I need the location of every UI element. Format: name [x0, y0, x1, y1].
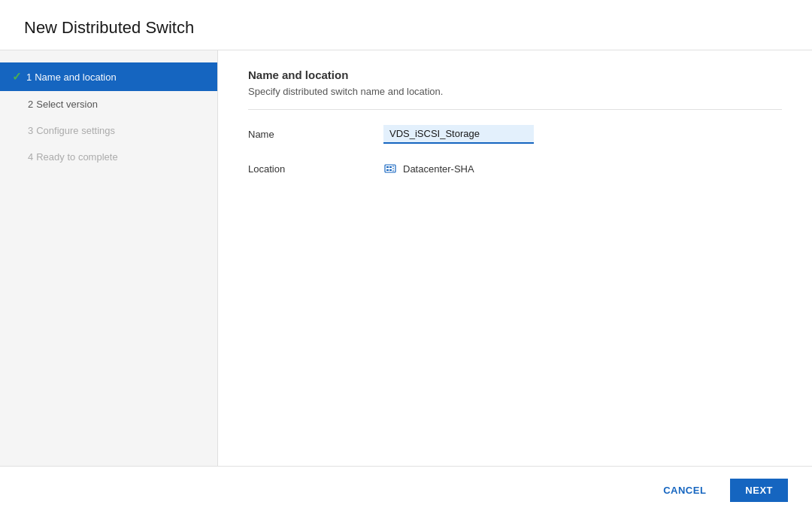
sidebar-item-configure-settings: 3 Configure settings [0, 117, 217, 144]
svg-rect-1 [386, 166, 389, 168]
step-3-number: 3 [28, 125, 33, 136]
step-1-label: Name and location [35, 71, 116, 83]
main-content: Name and location Specify distributed sw… [218, 50, 812, 466]
dialog-footer: CANCEL NEXT [0, 466, 812, 514]
location-row: Location Data [248, 162, 782, 175]
svg-rect-4 [389, 169, 392, 171]
location-label: Location [248, 163, 383, 175]
step-2-number: 2 [28, 99, 33, 110]
step-2-label: Select version [36, 99, 98, 110]
datacenter-icon [383, 162, 397, 175]
location-value: Datacenter-SHA [403, 163, 474, 175]
name-row: Name [248, 125, 782, 144]
section-title: Name and location [248, 68, 782, 81]
step-4-number: 4 [28, 151, 33, 163]
section-description: Specify distributed switch name and loca… [248, 86, 782, 110]
sidebar-item-select-version[interactable]: 2 Select version [0, 91, 217, 117]
location-value-container: Datacenter-SHA [383, 162, 474, 175]
cancel-button[interactable]: CANCEL [651, 479, 718, 502]
dialog-header: New Distributed Switch [0, 0, 812, 50]
step-1-number: 1 [26, 71, 32, 83]
sidebar-item-ready-to-complete: 4 Ready to complete [0, 144, 217, 170]
new-distributed-switch-dialog: New Distributed Switch ✓ 1 Name and loca… [0, 0, 812, 514]
checkmark-icon: ✓ [12, 70, 22, 84]
sidebar: ✓ 1 Name and location 2 Select version 3… [0, 50, 218, 466]
name-label: Name [248, 129, 383, 140]
dialog-title: New Distributed Switch [24, 18, 788, 38]
step-3-label: Configure settings [36, 125, 115, 136]
next-button[interactable]: NEXT [730, 479, 788, 502]
dialog-body: ✓ 1 Name and location 2 Select version 3… [0, 50, 812, 466]
name-input[interactable] [383, 125, 534, 144]
step-4-label: Ready to complete [36, 151, 117, 163]
svg-rect-2 [389, 166, 392, 168]
name-value-container [383, 125, 534, 144]
svg-rect-3 [386, 169, 389, 171]
sidebar-item-name-location[interactable]: ✓ 1 Name and location [0, 62, 217, 91]
